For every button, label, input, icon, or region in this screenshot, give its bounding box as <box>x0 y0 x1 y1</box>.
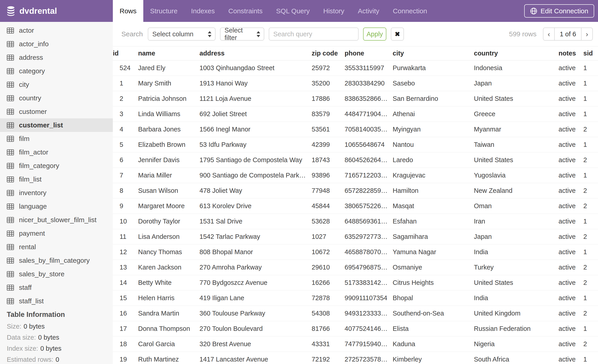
clear-icon: ✖ <box>395 31 400 38</box>
nav-tab[interactable]: Structure <box>143 0 184 22</box>
column-header[interactable]: country <box>474 47 558 60</box>
table-row[interactable]: 18Carol Garcia320 Brest Avenue4333174779… <box>113 337 598 352</box>
table-cell: 43331 <box>312 337 345 352</box>
column-header[interactable]: phone <box>345 47 393 60</box>
search-query-input[interactable] <box>269 27 358 40</box>
column-header[interactable]: zip code <box>312 47 345 60</box>
table-cell: 13 <box>113 260 138 275</box>
table-cell: 648856936185 <box>345 214 393 229</box>
table-cell: 72192 <box>312 352 345 364</box>
sidebar-table-item[interactable]: film_actor <box>0 146 113 159</box>
column-header[interactable]: address <box>199 47 312 60</box>
sidebar-table-item[interactable]: actor <box>0 24 113 37</box>
edit-connection-button[interactable]: Edit Connection <box>524 4 594 18</box>
table-row[interactable]: 5Elizabeth Brown53 Idfu Parkway423991065… <box>113 137 598 153</box>
table-row[interactable]: 17Donna Thompson270 Toulon Boulevard8176… <box>113 321 598 337</box>
table-cell: Myanmar <box>474 122 558 137</box>
sidebar-table-item[interactable]: actor_info <box>0 37 113 51</box>
table-row[interactable]: 2Patricia Johnson1121 Loja Avenue1788683… <box>113 91 598 106</box>
column-header[interactable]: notes <box>558 47 583 60</box>
nav-tab[interactable]: SQL Query <box>269 0 317 22</box>
table-row[interactable]: 16Sandra Martin360 Toulouse Parkway54308… <box>113 306 598 321</box>
table-row[interactable]: 6Jennifer Davis1795 Santiago de Composte… <box>113 153 598 168</box>
table-row[interactable]: 3Linda Williams692 Joliet Street83579448… <box>113 106 598 122</box>
nav-tab[interactable]: Constraints <box>222 0 269 22</box>
filter-select[interactable]: Select filter <box>220 27 264 40</box>
table-cell: 1121 Loja Avenue <box>199 91 312 106</box>
table-cell: 692 Joliet Street <box>199 106 312 122</box>
sidebar-table-item[interactable]: payment <box>0 227 113 240</box>
column-header[interactable]: id <box>113 47 138 60</box>
table-row[interactable]: 12Nancy Thomas808 Bhopal Manor1067246588… <box>113 244 598 260</box>
sidebar-table-item[interactable]: inventory <box>0 186 113 200</box>
table-info-field-label: Size: <box>7 323 21 330</box>
table-cell: 770 Bydgoszcz Avenue <box>199 275 312 291</box>
column-header[interactable]: city <box>393 47 474 60</box>
column-header[interactable]: sid <box>583 47 598 60</box>
sidebar-table-item[interactable]: sales_by_film_category <box>0 254 113 267</box>
table-grid-icon <box>7 55 14 61</box>
table-cell: Ruth Martinez <box>138 352 199 364</box>
table-cell: 1 <box>583 137 598 153</box>
nav-tab[interactable]: Indexes <box>184 0 222 22</box>
table-row[interactable]: 9Margaret Moore613 Korolev Drive45844380… <box>113 198 598 214</box>
table-row[interactable]: 14Betty White770 Bydgoszcz Avenue1626651… <box>113 275 598 291</box>
sidebar-table-item[interactable]: category <box>0 64 113 78</box>
nav-tab[interactable]: Activity <box>351 0 386 22</box>
nav-tab[interactable]: Connection <box>386 0 434 22</box>
sidebar-table-item[interactable]: nicer_but_slower_film_list <box>0 213 113 227</box>
sidebar-table-item[interactable]: film <box>0 132 113 146</box>
sidebar-item-label: staff_list <box>19 297 44 305</box>
table-grid-icon <box>7 109 14 115</box>
sidebar-table-item[interactable]: staff <box>0 281 113 294</box>
table-cell: Yamuna Nagar <box>393 244 474 260</box>
sidebar-table-item[interactable]: customer_list <box>0 118 113 132</box>
apply-button[interactable]: Apply <box>363 27 386 40</box>
sidebar-item-label: rental <box>19 243 36 251</box>
table-cell: Linda Williams <box>138 106 199 122</box>
table-row[interactable]: 15Helen Harris419 Iligan Lane72878990911… <box>113 291 598 306</box>
sidebar-table-item[interactable]: address <box>0 51 113 64</box>
table-cell: Iran <box>474 214 558 229</box>
next-page-button[interactable]: › <box>581 28 592 40</box>
sidebar-table-item[interactable]: staff_list <box>0 294 113 308</box>
sidebar-table-item[interactable]: country <box>0 91 113 105</box>
sidebar-table-item[interactable]: sales_by_store <box>0 267 113 281</box>
table-row[interactable]: 8Susan Wilson478 Joliet Way7794865728228… <box>113 183 598 198</box>
table-row[interactable]: 1Mary Smith1913 Hanoi Way352002830338429… <box>113 76 598 91</box>
table-row[interactable]: 11Lisa Anderson1542 Tarlac Parkway102763… <box>113 229 598 244</box>
table-row[interactable]: 7Maria Miller900 Santiago de Compostela … <box>113 168 598 183</box>
table-row[interactable]: 4Barbara Jones1566 Inegl Manor5356170581… <box>113 122 598 137</box>
sidebar-table-item[interactable]: customer <box>0 105 113 118</box>
table-cell: 1 <box>583 91 598 106</box>
sidebar-table-item[interactable]: city <box>0 78 113 91</box>
table-cell: United States <box>474 275 558 291</box>
nav-tab-label: History <box>323 7 344 15</box>
table-cell: India <box>474 291 558 306</box>
column-header[interactable]: name <box>138 47 199 60</box>
table-row[interactable]: 524Jared Ely1003 Qinhuangdao Street25972… <box>113 60 598 76</box>
column-select[interactable]: Select column <box>148 27 216 40</box>
table-cell: Purwakarta <box>393 60 474 76</box>
table-cell: 695479687538 <box>345 260 393 275</box>
table-cell: 1 <box>583 214 598 229</box>
table-header: id name address zip code phone city coun… <box>113 47 598 60</box>
table-info-field: Estimated rows: 0 <box>7 354 113 364</box>
prev-page-button[interactable]: ‹ <box>543 28 554 40</box>
table-row[interactable]: 13Karen Jackson270 Amroha Parkway2961069… <box>113 260 598 275</box>
nav-tab[interactable]: Rows <box>113 0 143 22</box>
sidebar-table-item[interactable]: film_list <box>0 172 113 186</box>
sidebar-table-item[interactable]: film_category <box>0 159 113 172</box>
table-info-field-label: Estimated rows: <box>7 356 53 363</box>
nav-tab[interactable]: History <box>317 0 351 22</box>
sidebar-table-item[interactable]: language <box>0 200 113 213</box>
table-cell: 12 <box>113 244 138 260</box>
table-cell: 14 <box>113 275 138 291</box>
table-row[interactable]: 19Ruth Martinez1417 Lancaster Avenue7219… <box>113 352 598 364</box>
sidebar-table-item[interactable]: rental <box>0 240 113 254</box>
clear-filter-button[interactable]: ✖ <box>391 27 404 40</box>
table-cell: 613 Korolev Drive <box>199 198 312 214</box>
table-row[interactable]: 10Dorothy Taylor1531 Sal Drive5362864885… <box>113 214 598 229</box>
table-grid-icon <box>7 27 14 34</box>
table-info-field-label: Data size: <box>7 334 36 341</box>
